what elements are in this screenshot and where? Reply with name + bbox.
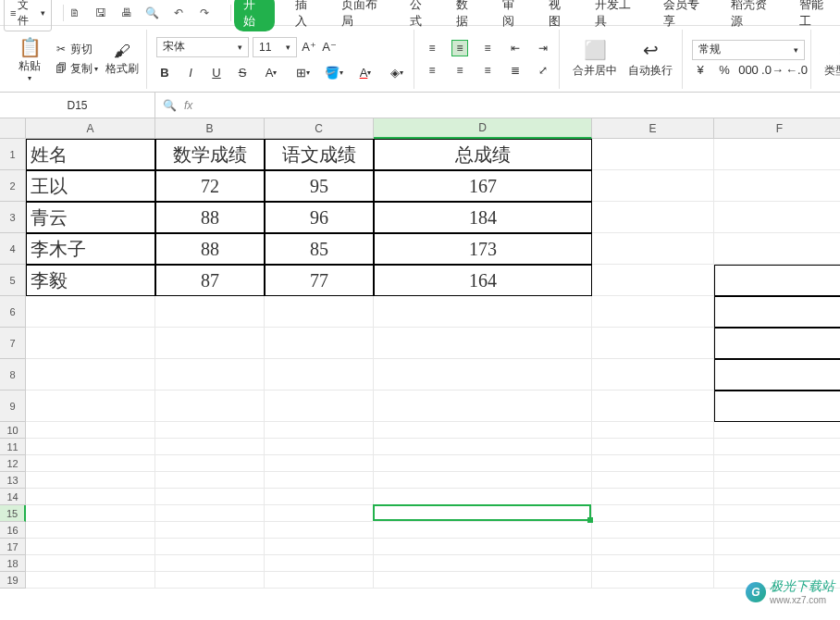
cell-C18[interactable] <box>265 555 374 572</box>
align-left-icon[interactable]: ≡ <box>424 62 440 79</box>
cell-C17[interactable] <box>265 539 374 555</box>
cell-C8[interactable] <box>265 359 374 391</box>
cell-B17[interactable] <box>155 539 265 555</box>
cell-C13[interactable] <box>265 472 374 489</box>
row-header-12[interactable]: 12 <box>0 455 26 472</box>
cell-D1[interactable]: 总成绩 <box>374 139 592 170</box>
cell-C15[interactable] <box>265 505 374 522</box>
cell-D10[interactable] <box>374 422 592 439</box>
row-header-16[interactable]: 16 <box>0 522 26 539</box>
cell-E8[interactable] <box>592 359 714 391</box>
cell-F11[interactable] <box>714 439 840 455</box>
cell-C19[interactable] <box>265 572 374 589</box>
cell-D18[interactable] <box>374 555 592 572</box>
cell-A12[interactable] <box>26 455 155 472</box>
row-header-2[interactable]: 2 <box>0 170 26 202</box>
cell-B15[interactable] <box>155 505 265 522</box>
cell-C7[interactable] <box>265 328 374 359</box>
column-header-A[interactable]: A <box>26 118 155 139</box>
tab-审阅[interactable]: 审阅 <box>499 0 528 31</box>
cell-D16[interactable] <box>374 522 592 539</box>
cell-A19[interactable] <box>26 572 155 589</box>
cell-E7[interactable] <box>592 328 714 359</box>
row-header-7[interactable]: 7 <box>0 328 26 359</box>
cell-D15[interactable] <box>374 505 592 522</box>
cell-E3[interactable] <box>592 202 714 233</box>
row-header-4[interactable]: 4 <box>0 233 26 265</box>
cell-A3[interactable]: 青云 <box>26 202 155 233</box>
cell-B16[interactable] <box>155 522 265 539</box>
cell-C5[interactable]: 77 <box>265 265 374 296</box>
cell-D17[interactable] <box>374 539 592 555</box>
align-middle-icon[interactable]: ≡ <box>451 40 468 56</box>
cell-E13[interactable] <box>592 472 714 489</box>
cell-A14[interactable] <box>26 489 155 505</box>
cell-F2[interactable] <box>714 170 840 202</box>
align-center-icon[interactable]: ≡ <box>451 62 468 79</box>
paste-button[interactable]: 📋 粘贴 ▾ <box>11 31 48 87</box>
cell-A11[interactable] <box>26 439 155 455</box>
merge-center-button[interactable]: ⬜合并居中 <box>569 39 621 79</box>
cell-E18[interactable] <box>592 555 714 572</box>
cell-E11[interactable] <box>592 439 714 455</box>
cell-A7[interactable] <box>26 328 155 359</box>
cell-F15[interactable] <box>714 505 840 522</box>
cell-C2[interactable]: 95 <box>265 170 374 202</box>
cell-A4[interactable]: 李木子 <box>26 233 155 265</box>
cell-E16[interactable] <box>592 522 714 539</box>
cell-A18[interactable] <box>26 555 155 572</box>
cell-D13[interactable] <box>374 472 592 489</box>
decrease-decimal-button[interactable]: ←.0 <box>788 62 805 79</box>
cell-C10[interactable] <box>265 422 374 439</box>
cell-C4[interactable]: 85 <box>265 233 374 265</box>
undo-icon[interactable]: ↶ <box>171 6 186 20</box>
font-color2-button[interactable]: A▾ <box>354 65 377 81</box>
align-right-icon[interactable]: ≡ <box>479 62 496 79</box>
cell-C14[interactable] <box>265 489 374 505</box>
cell-E17[interactable] <box>592 539 714 555</box>
cell-C3[interactable]: 96 <box>265 202 374 233</box>
copy-button[interactable]: 🗐复制▾ <box>52 60 100 78</box>
column-header-D[interactable]: D <box>374 118 592 139</box>
borders-button[interactable]: ⊞▾ <box>291 65 314 81</box>
row-header-18[interactable]: 18 <box>0 555 26 572</box>
cell-B11[interactable] <box>155 439 265 455</box>
row-header-11[interactable]: 11 <box>0 439 26 455</box>
cell-E9[interactable] <box>592 391 714 422</box>
row-header-14[interactable]: 14 <box>0 489 26 505</box>
print-icon[interactable]: 🖶 <box>119 6 134 20</box>
fx-icon[interactable]: fx <box>184 99 192 112</box>
cell-F1[interactable] <box>714 139 840 170</box>
row-header-6[interactable]: 6 <box>0 296 26 328</box>
cell-A2[interactable]: 王以 <box>26 170 155 202</box>
cell-F18[interactable] <box>714 555 840 572</box>
strikethrough-button[interactable]: S <box>234 65 251 81</box>
column-header-C[interactable]: C <box>265 118 374 139</box>
cell-F10[interactable] <box>714 422 840 439</box>
cell-F4[interactable] <box>714 233 840 265</box>
distribute-icon[interactable]: ≣ <box>507 62 524 79</box>
tab-页面布局[interactable]: 页面布局 <box>338 0 389 31</box>
cell-C9[interactable] <box>265 391 374 422</box>
row-header-8[interactable]: 8 <box>0 359 26 391</box>
cell-B8[interactable] <box>155 359 265 391</box>
save-icon[interactable]: 🖫 <box>93 6 108 20</box>
row-header-5[interactable]: 5 <box>0 265 26 296</box>
align-bottom-icon[interactable]: ≡ <box>479 40 496 56</box>
cell-F14[interactable] <box>714 489 840 505</box>
tab-开始[interactable]: 开始 <box>234 0 275 31</box>
indent-increase-icon[interactable]: ⇥ <box>535 40 551 56</box>
cell-D2[interactable]: 167 <box>374 170 592 202</box>
type-convert-button[interactable]: ⇄类型转换 <box>821 39 840 79</box>
cell-B1[interactable]: 数学成绩 <box>155 139 265 170</box>
cell-A1[interactable]: 姓名 <box>26 139 155 170</box>
cell-E15[interactable] <box>592 505 714 522</box>
font-size-select[interactable]: 11▾ <box>253 37 297 57</box>
cell-B5[interactable]: 87 <box>155 265 265 296</box>
row-header-9[interactable]: 9 <box>0 391 26 422</box>
preview-icon[interactable]: 🔍 <box>145 6 160 20</box>
cell-E14[interactable] <box>592 489 714 505</box>
indent-decrease-icon[interactable]: ⇤ <box>507 40 524 56</box>
increase-decimal-button[interactable]: .0→ <box>764 62 781 79</box>
cell-B9[interactable] <box>155 391 265 422</box>
